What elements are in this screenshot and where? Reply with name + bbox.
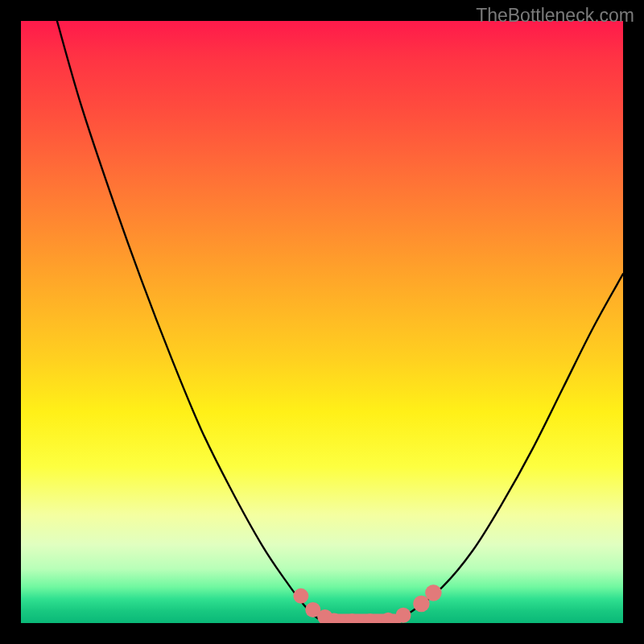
plot-area	[21, 21, 623, 623]
curve-layer	[57, 21, 623, 621]
chart-svg	[21, 21, 623, 623]
bottleneck-curve	[57, 21, 623, 621]
curve-marker	[395, 608, 411, 623]
curve-marker	[305, 602, 320, 617]
chart-frame: TheBottleneck.com	[0, 0, 644, 644]
curve-marker	[327, 613, 341, 623]
curve-marker	[345, 613, 359, 623]
curve-marker	[413, 596, 429, 612]
curve-marker	[425, 584, 441, 601]
curve-marker	[382, 613, 395, 623]
watermark-text: TheBottleneck.com	[476, 5, 634, 27]
curve-marker	[363, 613, 377, 623]
curve-marker	[293, 588, 308, 604]
marker-layer	[293, 584, 441, 623]
curve-marker	[317, 609, 332, 623]
